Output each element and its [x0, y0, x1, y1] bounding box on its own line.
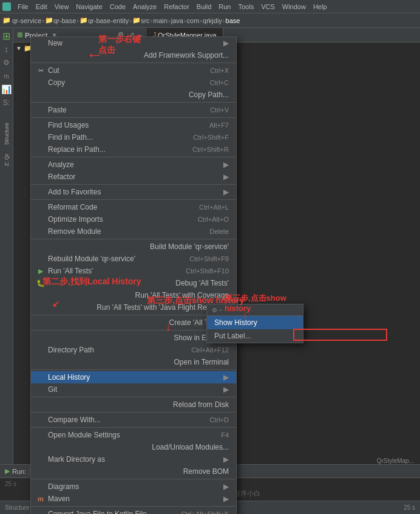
- ctx-git-arrow: ▶: [223, 385, 229, 394]
- ctx-new[interactable]: New ▶: [31, 37, 236, 49]
- ctx-add-framework[interactable]: Add Framework Support...: [31, 49, 236, 61]
- ctx-add-favorites[interactable]: Add to Favorites ▶: [31, 186, 236, 198]
- sidebar-icon-5[interactable]: 📊: [1, 84, 12, 95]
- ctx-run-coverage[interactable]: Run 'All Tests' with Coverage: [31, 289, 236, 301]
- breadcrumb-src[interactable]: src: [141, 17, 150, 24]
- ctx-maven[interactable]: m Maven ▶: [31, 493, 236, 505]
- breadcrumb-com[interactable]: com: [187, 17, 200, 24]
- ctx-optimize[interactable]: Optimize Imports Ctrl+Alt+O: [31, 213, 236, 225]
- menu-run[interactable]: Run: [215, 2, 234, 12]
- app-icon: [2, 2, 11, 11]
- menu-tools[interactable]: Tools: [235, 2, 257, 12]
- ctx-diagrams[interactable]: Diagrams ▶: [31, 481, 236, 493]
- ctx-find-usages[interactable]: Find Usages Alt+F7: [31, 119, 236, 131]
- run-icon: ▶: [5, 467, 10, 475]
- ctx-run-flight[interactable]: Run 'All Tests' with 'Java Flight Record…: [31, 301, 236, 314]
- ctx-show-explorer[interactable]: Show in Explorer: [31, 332, 236, 344]
- ctx-analyze[interactable]: Analyze ▶: [31, 159, 236, 171]
- breadcrumb-qr-base[interactable]: qr-base: [53, 17, 76, 24]
- menu-window[interactable]: Window: [279, 2, 309, 12]
- ctx-rebuild-module[interactable]: Rebuild Module 'qr-service' Ctrl+Shift+F…: [31, 253, 236, 265]
- ctx-open-terminal[interactable]: Open in Terminal: [31, 356, 236, 368]
- ctx-refactor[interactable]: Refactor ▶: [31, 171, 236, 183]
- ctx-findusages-label: Find Usages: [48, 121, 89, 129]
- ctx-removemodule-shortcut: Delete: [209, 228, 229, 235]
- ctx-compare-label: Compare With...: [48, 416, 101, 424]
- ctx-copy-path[interactable]: Copy Path...: [31, 89, 236, 101]
- breadcrumb-qrkjdiy[interactable]: qrkjdiy: [203, 17, 222, 24]
- ctx-cut[interactable]: ✂ Cut Ctrl+X: [31, 64, 236, 77]
- menu-vcs[interactable]: VCS: [258, 2, 278, 12]
- ctx-module-settings[interactable]: Open Module Settings F4: [31, 429, 236, 441]
- ctx-compare-with[interactable]: Compare With... Ctrl+D: [31, 414, 236, 426]
- ctx-load-unload[interactable]: Load/Unload Modules...: [31, 441, 236, 453]
- breadcrumb-qr-service[interactable]: qr-service: [12, 17, 41, 24]
- ctx-paste-label: Paste: [48, 106, 67, 114]
- ctx-local-history[interactable]: Local History ▶: [31, 371, 236, 383]
- breadcrumb-qr-base-entity[interactable]: qr-base-entity: [88, 17, 129, 24]
- ctx-replace-label: Replace in Path...: [48, 145, 106, 154]
- ctx-remove-bom[interactable]: Remove BOM: [31, 465, 236, 478]
- ctx-remove-module[interactable]: Remove Module Delete: [31, 225, 236, 238]
- ctx-reformat[interactable]: Reformat Code Ctrl+Alt+L: [31, 201, 236, 213]
- breadcrumb-java[interactable]: java: [171, 17, 183, 24]
- ctx-sep-2: [31, 102, 236, 103]
- menu-navigate[interactable]: Navigate: [73, 2, 105, 12]
- menu-file[interactable]: File: [15, 2, 32, 12]
- sidebar-icon-3[interactable]: ⚙: [1, 57, 12, 68]
- ctx-mark-directory[interactable]: Mark Directory as ▶: [31, 453, 236, 465]
- menu-view[interactable]: View: [52, 2, 72, 12]
- sidebar-project-icon[interactable]: ⊞: [1, 30, 12, 41]
- ctx-build-module[interactable]: Build Module 'qr-service': [31, 241, 236, 253]
- sidebar-icon-6[interactable]: S:: [1, 97, 12, 108]
- ctx-sep-7: [31, 239, 236, 239]
- ctx-refactor-arrow: ▶: [223, 173, 229, 181]
- ctx-convert-kotlin[interactable]: Convert Java File to Kotlin File Ctrl+Al…: [31, 508, 236, 514]
- submenu-gear-icon: ⚙ −: [208, 306, 226, 315]
- ctx-localhistory-arrow: ▶: [223, 373, 229, 382]
- ctx-replace-in-path[interactable]: Replace in Path... Ctrl+Shift+R: [31, 143, 236, 156]
- ctx-maven-icon: m: [36, 495, 46, 502]
- sidebar-icon-2[interactable]: ↕: [1, 44, 12, 55]
- ctx-reload[interactable]: Reload from Disk: [31, 399, 236, 411]
- ctx-copy[interactable]: Copy Ctrl+C: [31, 77, 236, 89]
- submenu-show-history[interactable]: Show History: [207, 316, 303, 329]
- ctx-favorites-arrow: ▶: [223, 188, 229, 196]
- sidebar-z-icon[interactable]: Z: Qr: [4, 154, 10, 166]
- ctx-findusages-shortcut: Alt+F7: [209, 122, 229, 129]
- menu-build[interactable]: Build: [194, 2, 214, 12]
- status-time: 25 s: [404, 504, 415, 511]
- menu-refactor[interactable]: Refactor: [161, 2, 192, 12]
- ctx-git-label: Git: [48, 385, 57, 394]
- breadcrumb-bar: 📁 qr-service › 📁 qr-base › 📁 qr-base-ent…: [0, 13, 420, 28]
- submenu-put-label[interactable]: Put Label...: [207, 329, 303, 343]
- folder-open-icon: ▼: [16, 45, 22, 52]
- menu-code[interactable]: Code: [107, 2, 129, 12]
- ctx-sep-12: [31, 412, 236, 413]
- ctx-directory-path[interactable]: Directory Path Ctrl+Alt+F12: [31, 344, 236, 356]
- ctx-rebuild-label: Rebuild Module 'qr-service': [48, 255, 135, 263]
- ctx-modsettings-shortcut: F4: [221, 431, 229, 439]
- submenu-putlabel-label: Put Label...: [214, 332, 251, 340]
- ctx-find-in-path[interactable]: Find in Path... Ctrl+Shift+F: [31, 131, 236, 143]
- ctx-create-tests[interactable]: Create 'All Tests'...: [31, 317, 236, 329]
- ctx-copypath-label: Copy Path...: [189, 91, 229, 99]
- ctx-paste-shortcut: Ctrl+V: [210, 106, 229, 114]
- ctx-replace-shortcut: Ctrl+Shift+R: [192, 146, 229, 153]
- ctx-debug-all[interactable]: 🐛 Debug 'All Tests': [31, 277, 236, 289]
- ctx-new-arrow: ▶: [223, 39, 229, 47]
- ctx-maven-label: Maven: [48, 495, 70, 503]
- ctx-copy-label: Copy: [48, 78, 65, 87]
- sidebar-structure-icon[interactable]: Structure: [4, 123, 10, 145]
- breadcrumb-main[interactable]: main: [153, 17, 168, 24]
- sidebar-icon-4: m: [1, 70, 12, 81]
- ctx-run-all[interactable]: ▶ Run 'All Tests' Ctrl+Shift+F10: [31, 265, 236, 277]
- ctx-removemodule-label: Remove Module: [48, 227, 101, 236]
- menu-analyze[interactable]: Analyze: [130, 2, 160, 12]
- menu-edit[interactable]: Edit: [33, 2, 50, 12]
- ctx-sep-8: [31, 315, 236, 315]
- breadcrumb-base[interactable]: base: [226, 17, 240, 24]
- ctx-git[interactable]: Git ▶: [31, 383, 236, 396]
- ctx-paste[interactable]: Paste Ctrl+V: [31, 104, 236, 116]
- menu-help[interactable]: Help: [310, 2, 330, 12]
